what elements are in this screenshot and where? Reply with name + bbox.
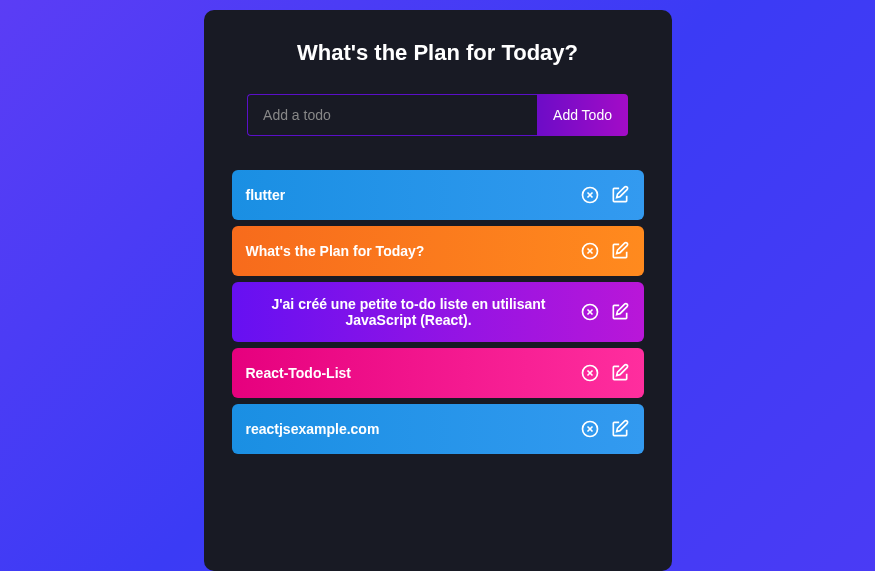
todo-actions	[580, 419, 630, 439]
add-todo-button[interactable]: Add Todo	[537, 94, 628, 136]
todo-text: What's the Plan for Today?	[246, 243, 580, 259]
todo-item: React-Todo-List	[232, 348, 644, 398]
todo-text: React-Todo-List	[246, 365, 580, 381]
add-todo-form: Add Todo	[232, 94, 644, 136]
todo-item: reactjsexample.com	[232, 404, 644, 454]
todo-actions	[580, 241, 630, 261]
todo-item: What's the Plan for Today?	[232, 226, 644, 276]
todo-text: flutter	[246, 187, 580, 203]
delete-icon[interactable]	[580, 241, 600, 261]
todo-card: What's the Plan for Today? Add Todo flut…	[204, 10, 672, 571]
edit-icon[interactable]	[610, 302, 630, 322]
todo-item: flutter	[232, 170, 644, 220]
todo-input[interactable]	[247, 94, 537, 136]
todo-actions	[580, 363, 630, 383]
edit-icon[interactable]	[610, 363, 630, 383]
todo-actions	[580, 302, 630, 322]
delete-icon[interactable]	[580, 185, 600, 205]
todo-text: reactjsexample.com	[246, 421, 580, 437]
edit-icon[interactable]	[610, 419, 630, 439]
delete-icon[interactable]	[580, 302, 600, 322]
delete-icon[interactable]	[580, 419, 600, 439]
edit-icon[interactable]	[610, 185, 630, 205]
todo-item: J'ai créé une petite to-do liste en util…	[232, 282, 644, 342]
todo-actions	[580, 185, 630, 205]
edit-icon[interactable]	[610, 241, 630, 261]
todo-text: J'ai créé une petite to-do liste en util…	[246, 296, 580, 328]
delete-icon[interactable]	[580, 363, 600, 383]
todo-list: flutterWhat's the Plan for Today?J'ai cr…	[232, 170, 644, 454]
page-title: What's the Plan for Today?	[232, 40, 644, 66]
